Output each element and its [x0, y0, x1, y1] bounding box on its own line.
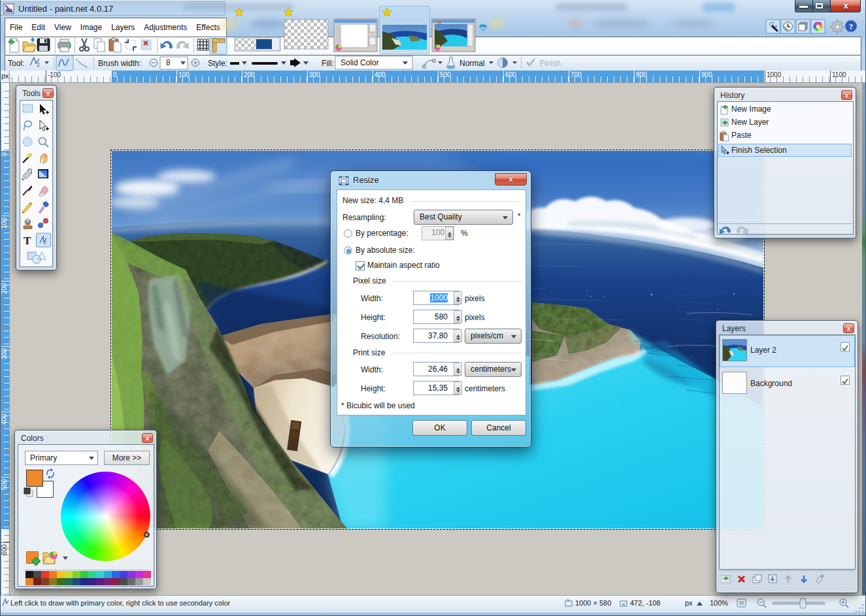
svg-text:2: 2 — [37, 61, 40, 68]
svg-text:?: ? — [849, 22, 854, 31]
svg-text:2: 2 — [44, 240, 47, 246]
svg-text:T: T — [24, 235, 31, 247]
